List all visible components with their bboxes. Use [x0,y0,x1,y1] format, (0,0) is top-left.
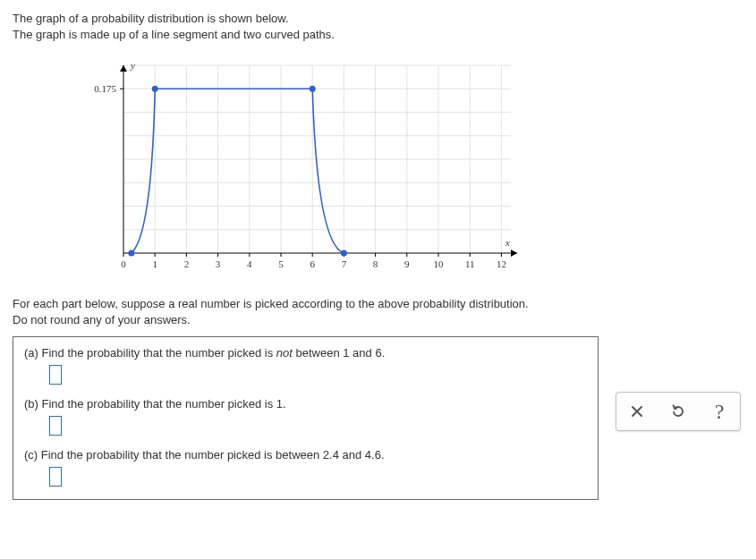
svg-text:12: 12 [497,258,506,269]
chart-svg: 01234567891011120.175yx [88,47,535,280]
part-b-label: (b) Find the probability that the number… [24,397,587,411]
svg-text:1: 1 [152,258,157,269]
svg-marker-22 [511,250,517,257]
svg-point-57 [341,250,347,257]
problem-statement: The graph of a probability distribution … [13,11,743,42]
help-icon[interactable]: ? [703,397,735,426]
reset-icon[interactable] [662,397,694,426]
close-icon[interactable] [621,397,653,426]
svg-text:y: y [130,60,135,71]
part-a-label: (a) Find the probability that the number… [24,346,587,360]
svg-text:11: 11 [465,258,475,269]
svg-text:9: 9 [404,258,410,269]
part-c-input[interactable] [49,467,62,487]
prompt-line-1: The graph of a probability distribution … [13,11,743,27]
svg-text:4: 4 [247,258,252,269]
svg-text:8: 8 [373,258,378,269]
part-c-label: (c) Find the probability that the number… [24,448,587,462]
svg-text:x: x [505,237,510,248]
intro-line-2: Do not round any of your answers. [13,312,743,328]
questions-intro: For each part below, suppose a real numb… [13,296,743,327]
svg-marker-23 [120,65,127,72]
intro-line-1: For each part below, suppose a real numb… [13,296,743,312]
svg-text:5: 5 [278,258,284,269]
svg-point-56 [310,86,316,92]
probability-graph: 01234567891011120.175yx [88,47,743,280]
part-a-input[interactable] [49,365,62,385]
question-box: (a) Find the probability that the number… [13,336,599,500]
svg-text:3: 3 [216,258,221,269]
svg-text:2: 2 [184,258,190,269]
svg-point-55 [152,86,158,92]
prompt-line-2: The graph is made up of a line segment a… [13,27,743,43]
svg-text:0: 0 [121,258,126,269]
svg-text:6: 6 [310,258,315,269]
part-b-input[interactable] [49,416,62,436]
svg-point-54 [128,250,134,257]
action-toolbox: ? [616,392,741,431]
svg-text:7: 7 [342,258,347,269]
svg-text:10: 10 [434,258,445,269]
svg-text:0.175: 0.175 [94,83,116,94]
